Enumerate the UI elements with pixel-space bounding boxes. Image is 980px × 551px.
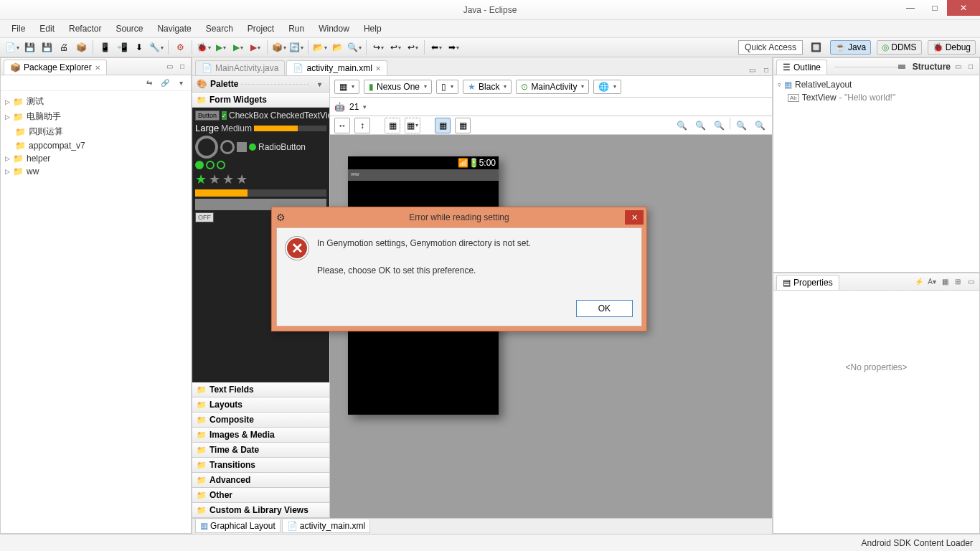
widget-progress-small[interactable] [220, 140, 235, 154]
sdk-manager-button[interactable]: 📱 [97, 39, 113, 55]
minimize-editor-button[interactable]: ▭ [746, 64, 758, 75]
menu-window[interactable]: Window [313, 22, 355, 35]
outline-tab[interactable]: ☰ Outline [776, 60, 827, 75]
tree-item[interactable]: 📁appcompat_v7 [5, 139, 187, 152]
maximize-button[interactable]: □ [923, 0, 947, 16]
marquee-button[interactable]: ▦ [405, 118, 420, 133]
debug-button[interactable]: 🐞 [196, 39, 212, 55]
dialog-close-button[interactable]: ✕ [625, 210, 644, 225]
new-type-button[interactable]: 🔄 [288, 39, 304, 55]
build-button[interactable]: 📦 [73, 39, 89, 55]
menu-button[interactable]: ▭ [965, 276, 976, 288]
tab-xml-source[interactable]: 📄 activity_main.xml [282, 519, 370, 533]
back-button[interactable]: ⬅ [428, 39, 444, 55]
star-icon[interactable]: ★ [236, 171, 248, 187]
properties-tab[interactable]: ▤ Properties [776, 275, 839, 290]
outline-item-root[interactable]: ▿▦RelativeLayout [778, 78, 975, 91]
collapse-all-button[interactable]: ⇆ [143, 77, 155, 88]
widget-medium-text[interactable]: Medium [221, 123, 252, 133]
search-button[interactable]: 🔍 [347, 39, 362, 55]
palette-section[interactable]: Composite [192, 413, 329, 428]
ok-button[interactable]: OK [576, 300, 633, 317]
toggle-height-button[interactable]: ↕ [354, 118, 370, 133]
minimize-button[interactable]: — [898, 0, 923, 16]
prev-annotation-button[interactable]: ↩ [405, 39, 420, 55]
orientation-combo[interactable]: ▯ [436, 80, 458, 94]
menu-project[interactable]: Project [242, 22, 280, 35]
menu-help[interactable]: Help [358, 22, 387, 35]
widget-radiobutton[interactable]: RadioButton [258, 142, 306, 152]
close-button[interactable]: ✕ [947, 0, 980, 16]
maximize-view-button[interactable]: □ [176, 61, 188, 72]
tab-activity-main[interactable]: 📄 activity_main.xml ✕ [286, 60, 387, 75]
palette-menu-button[interactable]: ▾ [314, 78, 325, 90]
toggle-width-button[interactable]: ↔ [334, 118, 350, 133]
view-menu-button[interactable]: ▾ [175, 77, 187, 88]
new-package-button[interactable]: 📦 [271, 39, 287, 55]
tree-item[interactable]: 📁四则运算 [5, 124, 187, 139]
tree-item[interactable]: ▷📁测试 [5, 94, 187, 109]
palette-section[interactable]: Layouts [192, 397, 329, 413]
palette-section[interactable]: Transitions [192, 458, 329, 473]
minimize-view-button[interactable]: ▭ [952, 61, 963, 72]
open-type-button[interactable]: 📂 [312, 39, 328, 55]
maximize-editor-button[interactable]: □ [760, 64, 772, 75]
outline-slider[interactable] [898, 65, 905, 69]
activity-combo[interactable]: ⊙MainActivity [516, 80, 589, 94]
lint-button[interactable]: ⬇ [131, 39, 147, 55]
tree-item[interactable]: ▷📁电脑助手 [5, 109, 187, 124]
run-button[interactable]: ▶ [213, 39, 229, 55]
tree-item[interactable]: ▷📁helper [5, 152, 187, 165]
widget-checkbox[interactable]: CheckBox [229, 110, 268, 121]
zoom-reset-button[interactable]: 🔍 [692, 118, 708, 133]
locale-combo[interactable]: 🌐 [593, 80, 621, 94]
filter-button[interactable]: ⚡ [913, 276, 925, 288]
widget-checkedtext[interactable]: CheckedTextView [270, 110, 329, 121]
quick-access-input[interactable]: Quick Access [738, 40, 803, 55]
widget-seekbar[interactable] [195, 189, 326, 197]
config-combo[interactable]: ▦ [334, 80, 359, 94]
package-explorer-tab[interactable]: 📦 Package Explorer ✕ [4, 60, 107, 75]
new-android-button[interactable]: 🔧 [149, 39, 164, 55]
open-task-button[interactable]: 📂 [329, 39, 345, 55]
menu-refactor[interactable]: Refactor [63, 22, 107, 35]
outline-item-child[interactable]: Ab TextView - "Hello world!" [778, 91, 975, 104]
zoom-real-button[interactable]: 🔍 [733, 118, 749, 133]
save-all-button[interactable]: 💾 [39, 39, 55, 55]
widget-checkbox-icon[interactable]: ✓ [222, 111, 227, 120]
link-editor-button[interactable]: 🔗 [159, 77, 171, 88]
external-tools-button[interactable]: ▶ [248, 39, 263, 55]
tab-mainactivity[interactable]: 📄 MainActivity.java [195, 60, 285, 75]
chevron-down-icon[interactable]: ▾ [363, 103, 367, 110]
menu-source[interactable]: Source [110, 22, 149, 35]
add-button[interactable]: ⊞ [952, 276, 963, 288]
widget-dot[interactable] [206, 161, 215, 169]
star-icon[interactable]: ★ [209, 171, 220, 187]
palette-section[interactable]: Time & Date [192, 443, 329, 458]
api-level[interactable]: 21 [349, 102, 359, 112]
zoom-fit-button[interactable]: 🔍 [711, 118, 727, 133]
close-icon[interactable]: ✕ [375, 65, 381, 72]
widget-radio-icon[interactable] [249, 143, 256, 151]
menu-navigate[interactable]: Navigate [151, 22, 197, 35]
perspective-ddms[interactable]: ◎DDMS [877, 40, 921, 55]
palette-section[interactable]: Other [192, 488, 329, 503]
genymotion-button[interactable]: ⚙ [172, 39, 188, 55]
next-annotation-button[interactable]: ↩ [387, 39, 403, 55]
menu-edit[interactable]: Edit [34, 22, 60, 35]
widget-large-text[interactable]: Large [195, 123, 219, 133]
widget-square[interactable] [237, 142, 247, 152]
palette-section[interactable]: Advanced [192, 473, 329, 488]
widget-progressbar[interactable] [254, 126, 326, 131]
perspective-debug[interactable]: 🐞Debug [928, 40, 976, 55]
zoom-out-button[interactable]: 🔍 [674, 118, 689, 133]
palette-section[interactable]: Images & Media [192, 428, 329, 443]
theme-combo[interactable]: ★Black [463, 80, 512, 94]
palette-section[interactable]: Custom & Library Views [192, 503, 329, 518]
menu-search[interactable]: Search [200, 22, 239, 35]
new-button[interactable]: 📄 [4, 39, 20, 55]
palette-section-form-widgets[interactable]: Form Widgets [192, 93, 329, 108]
open-perspective-button[interactable]: 🔲 [809, 39, 824, 55]
zoom-in-button[interactable]: 🔍 [752, 118, 768, 133]
perspective-java[interactable]: ☕Java [830, 40, 871, 55]
